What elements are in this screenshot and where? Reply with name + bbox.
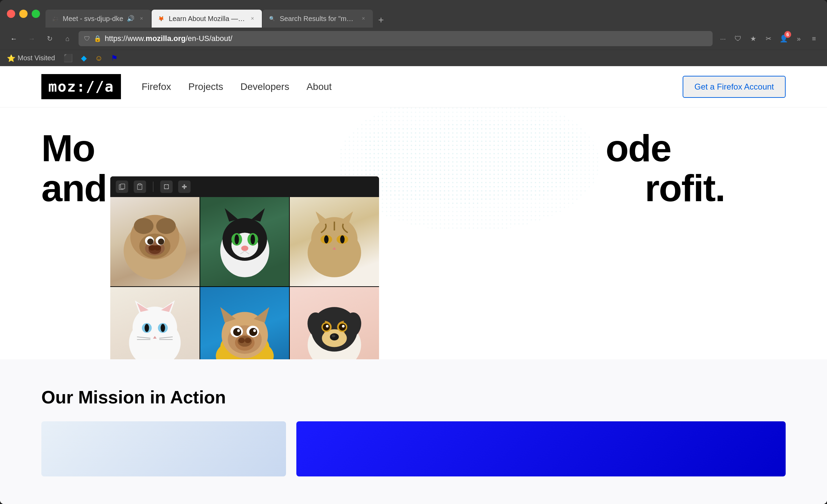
bookmark-3[interactable]: ☺ [95, 54, 103, 63]
mission-cards [41, 421, 786, 476]
bookmark-2-icon: ◆ [81, 54, 87, 63]
svg-point-41 [133, 307, 177, 349]
bookmark-star-button[interactable]: ★ [747, 32, 759, 45]
bookmark-1-icon: ⬛ [63, 54, 73, 63]
video-tool-1[interactable] [116, 181, 128, 193]
svg-point-65 [237, 329, 240, 332]
video-shrink-button[interactable] [178, 181, 191, 193]
svg-point-15 [158, 238, 164, 245]
tab-2-close-button[interactable]: × [249, 15, 256, 22]
svg-point-26 [234, 235, 239, 244]
nav-item-firefox[interactable]: Firefox [142, 81, 171, 92]
svg-rect-5 [139, 184, 141, 185]
svg-marker-23 [251, 208, 265, 222]
tab-3[interactable]: 🔍 Search Results for "mouseEven... × [263, 10, 373, 28]
tab-1-audio-icon: 🔊 [127, 15, 134, 22]
bookmarks-bar: ⭐ Most Visited ⬛ ◆ ☺ ⚑ [0, 50, 827, 66]
add-tab-button[interactable]: + [374, 12, 389, 28]
svg-point-70 [245, 338, 251, 343]
mission-title: Our Mission in Action [41, 387, 786, 408]
reload-button[interactable]: ↻ [43, 32, 57, 45]
home-button[interactable]: ⌂ [61, 32, 74, 45]
maximize-window-button[interactable] [32, 10, 40, 18]
svg-point-9 [156, 218, 176, 234]
tab-1-title: Meet - svs-djup-dke [63, 15, 123, 23]
mozilla-nav: Firefox Projects Developers About [142, 81, 683, 92]
video-expand-button[interactable] [160, 181, 173, 193]
nav-bar: ← → ↻ ⌂ 🛡 🔒 https://www.mozilla.org/en-U… [0, 28, 827, 50]
svg-point-63 [233, 328, 241, 336]
back-button[interactable]: ← [7, 32, 21, 45]
bookmark-star-icon: ⭐ [7, 54, 16, 62]
extensions-button[interactable]: » [793, 32, 805, 45]
forward-icon: → [28, 35, 35, 43]
container-icon[interactable]: 🛡 [732, 32, 744, 45]
svg-point-37 [324, 235, 329, 243]
video-overlay[interactable] [110, 176, 379, 359]
video-cell-pug [110, 197, 200, 286]
mission-card-2 [296, 421, 786, 476]
svg-point-64 [249, 328, 257, 336]
more-icon: ··· [720, 35, 726, 43]
url-display[interactable]: https://www.mozilla.org/en-US/about/ [105, 34, 707, 43]
tab-1[interactable]: 🎥 Meet - svs-djup-dke 🔊 × [45, 10, 151, 28]
close-window-button[interactable] [7, 10, 15, 18]
toolbar-separator [153, 182, 153, 192]
svg-point-48 [145, 324, 149, 332]
svg-point-28 [241, 246, 248, 251]
svg-point-18 [154, 245, 161, 251]
get-firefox-account-button[interactable]: Get a Firefox Account [683, 76, 786, 98]
tab-1-close-button[interactable]: × [138, 15, 145, 22]
back-icon: ← [10, 35, 17, 43]
svg-point-66 [253, 329, 256, 332]
nav-item-projects[interactable]: Projects [188, 81, 223, 92]
video-cell-tabby [290, 197, 379, 286]
shield-icon: 🛡 [84, 35, 90, 42]
video-cell-small-dog [290, 287, 379, 359]
tab-1-favicon: 🎥 [51, 14, 59, 23]
title-bar: 🎥 Meet - svs-djup-dke 🔊 × 🦊 Learn About … [0, 0, 827, 28]
profile-button[interactable]: 👤 6 [777, 32, 790, 45]
browser-window: 🎥 Meet - svs-djup-dke 🔊 × 🦊 Learn About … [0, 0, 827, 504]
menu-icon: ≡ [812, 35, 816, 43]
home-icon: ⌂ [65, 35, 70, 43]
tab-3-title: Search Results for "mouseEven... [280, 15, 356, 23]
mozilla-hero: Mozilla makes browsers, apps, code and t… [0, 107, 827, 359]
minimize-window-button[interactable] [19, 10, 28, 18]
svg-point-83 [342, 325, 345, 328]
bookmark-1[interactable]: ⬛ [63, 54, 73, 63]
tab-3-close-button[interactable]: × [360, 15, 367, 22]
address-bar[interactable]: 🛡 🔒 https://www.mozilla.org/en-US/about/ [79, 31, 713, 46]
mozilla-site: moz://a Firefox Projects Developers Abou… [0, 66, 827, 504]
extensions-icon: » [797, 35, 800, 43]
forward-button[interactable]: → [25, 32, 39, 45]
traffic-lights [7, 10, 40, 18]
screenshot-button[interactable]: ✂ [762, 32, 775, 45]
svg-point-82 [326, 325, 329, 328]
video-tool-2[interactable] [134, 181, 146, 193]
tab-2-favicon: 🦊 [157, 14, 165, 23]
mozilla-header: moz://a Firefox Projects Developers Abou… [0, 66, 827, 107]
bookmark-4[interactable]: ⚑ [111, 54, 118, 63]
nav-item-about[interactable]: About [306, 81, 331, 92]
bookmark-most-visited[interactable]: ⭐ Most Visited [7, 54, 55, 62]
bookmark-2[interactable]: ◆ [81, 54, 87, 63]
svg-point-49 [161, 324, 165, 332]
menu-button[interactable]: ≡ [808, 32, 820, 45]
tabs-bar: 🎥 Meet - svs-djup-dke 🔊 × 🦊 Learn About … [45, 0, 820, 28]
profile-badge: 6 [784, 31, 791, 38]
svg-point-14 [147, 238, 153, 245]
web-content: moz://a Firefox Projects Developers Abou… [0, 66, 827, 504]
bookmark-4-icon: ⚑ [111, 54, 118, 63]
video-cell-frenchie [200, 287, 289, 359]
nav-extra-buttons: ··· 🛡 ★ ✂ 👤 6 » ≡ [717, 32, 820, 45]
video-toolbar [110, 176, 379, 197]
video-grid [110, 197, 379, 359]
more-button[interactable]: ··· [717, 32, 729, 45]
mozilla-logo[interactable]: moz://a [41, 74, 121, 99]
svg-marker-33 [316, 211, 329, 224]
video-cell-black-white-cat [200, 197, 289, 286]
tab-2[interactable]: 🦊 Learn About Mozilla — Mozilla × [152, 10, 262, 28]
nav-item-developers[interactable]: Developers [241, 81, 289, 92]
reload-icon: ↻ [47, 34, 53, 43]
